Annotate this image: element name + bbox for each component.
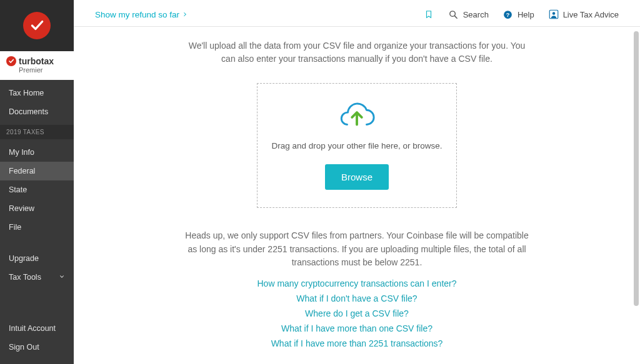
sidebar-item-sign-out[interactable]: Sign Out (0, 338, 74, 357)
checkmark-icon (29, 17, 45, 34)
help-icon: ? (502, 9, 514, 20)
upload-icon (270, 100, 444, 132)
dropzone-text: Drag and drop your other file here, or b… (270, 141, 444, 150)
turbotax-logo (23, 12, 51, 39)
search-button[interactable]: Search (448, 9, 489, 20)
brand-block: turbotax Premier (0, 51, 74, 80)
refund-link[interactable]: Show my refund so far (95, 10, 188, 19)
file-dropzone[interactable]: Drag and drop your other file here, or b… (257, 83, 457, 208)
browse-button[interactable]: Browse (325, 164, 389, 190)
sidebar-item-upgrade[interactable]: Upgrade (0, 249, 74, 268)
logo-block (0, 0, 74, 51)
sidebar-item-my-info[interactable]: My Info (0, 143, 74, 162)
search-icon (448, 9, 459, 20)
faq-link-multiple-csv[interactable]: What if I have more than one CSV file? (111, 323, 602, 333)
sidebar-item-documents[interactable]: Documents (0, 102, 74, 121)
svg-text:?: ? (506, 12, 510, 18)
content: We'll upload all the data from your CSV … (74, 27, 640, 364)
sidebar-item-intuit-account[interactable]: Intuit Account (0, 319, 74, 338)
sidebar: turbotax Premier Tax Home Documents 2019… (0, 0, 74, 364)
svg-line-1 (455, 16, 458, 18)
faq-link-transactions-count[interactable]: How many cryptocurrency transactions can… (111, 278, 602, 288)
sidebar-item-tax-tools[interactable]: Tax Tools (0, 268, 74, 287)
refund-label: Show my refund so far (95, 10, 179, 19)
sidebar-item-tax-home[interactable]: Tax Home (0, 84, 74, 102)
help-button[interactable]: ? Help (502, 9, 534, 20)
sidebar-section-header: 2019 TAXES (0, 125, 74, 139)
brand-tier: Premier (19, 66, 68, 74)
help-label: Help (518, 10, 534, 19)
svg-point-5 (552, 12, 555, 15)
svg-point-0 (450, 11, 456, 16)
person-icon (548, 9, 559, 20)
chevron-right-icon (182, 11, 188, 17)
bookmark-icon (423, 9, 434, 20)
bookmark-button[interactable] (423, 9, 434, 20)
live-advice-button[interactable]: Live Tax Advice (548, 9, 619, 20)
sidebar-item-review[interactable]: Review (0, 199, 74, 218)
faq-link-over-limit[interactable]: What if I have more than 2251 transactio… (111, 338, 602, 348)
brand-name: turbotax (19, 56, 54, 66)
faq-link-where-csv[interactable]: Where do I get a CSV file? (111, 308, 602, 318)
advice-label: Live Tax Advice (563, 10, 619, 19)
sidebar-item-label: Tax Tools (9, 273, 41, 282)
sidebar-item-state[interactable]: State (0, 180, 74, 199)
faq-link-no-csv[interactable]: What if I don't have a CSV file? (111, 293, 602, 303)
intro-text: We'll upload all the data from your CSV … (182, 39, 532, 66)
sidebar-item-file[interactable]: File (0, 218, 74, 237)
sidebar-item-federal[interactable]: Federal (0, 162, 74, 180)
checkmark-icon (6, 56, 16, 66)
topbar: Show my refund so far Search ? Help Liv (74, 0, 640, 27)
main: Show my refund so far Search ? Help Liv (74, 0, 640, 364)
warning-text: Heads up, we only support CSV files from… (182, 229, 532, 270)
scrollbar[interactable] (634, 31, 639, 306)
chevron-down-icon (59, 273, 65, 282)
search-label: Search (463, 10, 489, 19)
